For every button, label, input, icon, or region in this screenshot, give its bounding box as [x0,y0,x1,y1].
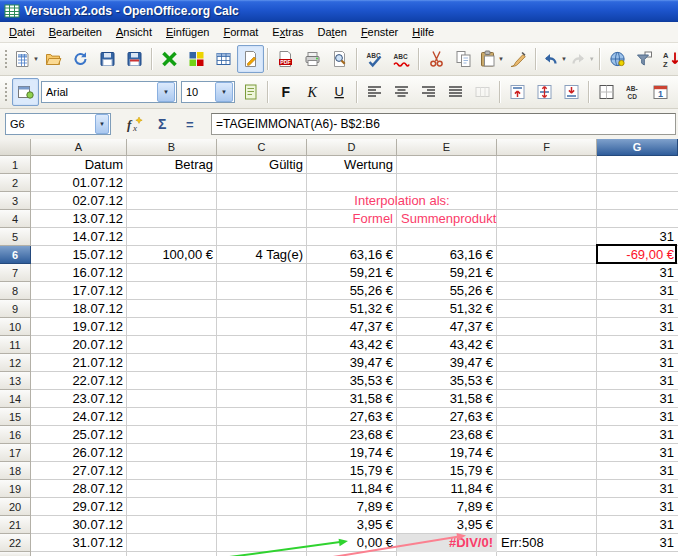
cell-D20[interactable]: 7,89 € [307,498,397,516]
spellcheck-button[interactable]: ABC [361,45,388,73]
align-bottom-button[interactable] [558,78,585,106]
undo-button[interactable]: ▼ [540,45,568,73]
cell-D6[interactable]: 63,16 € [307,246,397,264]
cell-G12[interactable]: 31 [597,354,678,372]
row-header-5[interactable]: 5 [0,228,31,246]
paste-dropdown-icon[interactable]: ▼ [498,56,504,62]
cell-E17[interactable]: 19,74 € [397,444,497,462]
cell-C1[interactable]: Gültig [217,156,307,174]
print-button[interactable] [299,45,326,73]
cell-D4[interactable]: Formel [307,210,397,228]
cell-A9[interactable]: 18.07.12 [31,300,127,318]
menu-bearbeiten[interactable]: Bearbeiten [42,24,109,41]
cell-A19[interactable]: 28.07.12 [31,480,127,498]
cell-D13[interactable]: 35,53 € [307,372,397,390]
row-header-14[interactable]: 14 [0,390,31,408]
column-header-E[interactable]: E [397,139,497,156]
row-header-20[interactable]: 20 [0,498,31,516]
title-bar[interactable]: Versuch x2.ods - OpenOffice.org Calc [0,0,678,22]
cell-E7[interactable]: 59,21 € [397,264,497,282]
save-button[interactable] [94,45,121,73]
undo-dropdown-icon[interactable]: ▼ [561,56,567,62]
align-left-button[interactable] [361,78,388,106]
cell-A14[interactable]: 23.07.12 [31,390,127,408]
cell-G19[interactable]: 31 [597,480,678,498]
cell-E22[interactable]: #DIV/0! [397,534,497,552]
new-spreadsheet-dropdown-icon[interactable]: ▼ [33,56,39,62]
cell-E21[interactable]: 3,95 € [397,516,497,534]
cell-A12[interactable]: 21.07.12 [31,354,127,372]
menu-daten[interactable]: Daten [311,24,354,41]
cell-A18[interactable]: 27.07.12 [31,462,127,480]
merge-cells-button[interactable] [469,78,496,106]
row-header-11[interactable]: 11 [0,336,31,354]
cell-A4[interactable]: 13.07.12 [31,210,127,228]
cell-F22[interactable]: Err:508 [497,534,597,552]
row-header-8[interactable]: 8 [0,282,31,300]
cell-D12[interactable]: 39,47 € [307,354,397,372]
font-name-combo[interactable]: ▼ [41,81,177,103]
align-center-button[interactable] [388,78,415,106]
row-header-1[interactable]: 1 [0,156,31,174]
equals-button[interactable]: = [177,111,205,137]
cell-B1[interactable]: Betrag [127,156,217,174]
sum-button[interactable]: Σ [149,111,177,137]
cell-D1[interactable]: Wertung [307,156,397,174]
cell-G10[interactable]: 31 [597,318,678,336]
cell-G14[interactable]: 31 [597,390,678,408]
row-header-21[interactable]: 21 [0,516,31,534]
cell-D3[interactable]: Interpolation als: [307,192,497,210]
row-header-12[interactable]: 12 [0,354,31,372]
menu-extras[interactable]: Extras [265,24,310,41]
toolbar-grip[interactable] [3,48,9,70]
column-header-A[interactable]: A [31,139,127,156]
menu-ansicht[interactable]: Ansicht [109,24,159,41]
autofilter-button[interactable] [631,45,658,73]
export-pdf-button[interactable]: PDF [272,45,299,73]
menu-hilfe[interactable]: Hilfe [405,24,441,41]
cell-G11[interactable]: 31 [597,336,678,354]
row-header-6[interactable]: 6 [0,246,31,264]
row-header-15[interactable]: 15 [0,408,31,426]
row-header-17[interactable]: 17 [0,444,31,462]
cell-G8[interactable]: 31 [597,282,678,300]
row-header-4[interactable]: 4 [0,210,31,228]
cell-E13[interactable]: 35,53 € [397,372,497,390]
borders-button[interactable] [593,78,620,106]
cell-D21[interactable]: 3,95 € [307,516,397,534]
cell-A6[interactable]: 15.07.12 [31,246,127,264]
align-top-button[interactable] [504,78,531,106]
italic-button[interactable]: K [299,78,326,106]
underline-button[interactable]: U [326,78,353,106]
menu-format[interactable]: Format [216,24,265,41]
styles-window-button[interactable] [12,78,39,106]
cell-B6[interactable]: 100,00 € [127,246,217,264]
row-header-13[interactable]: 13 [0,372,31,390]
cell-D10[interactable]: 47,37 € [307,318,397,336]
font-size-dropdown-icon[interactable]: ▼ [215,82,233,102]
cell-reference-input[interactable] [6,115,94,133]
cell-A21[interactable]: 30.07.12 [31,516,127,534]
cell-A1[interactable]: Datum [31,156,127,174]
cell-A3[interactable]: 02.07.12 [31,192,127,210]
menu-fenster[interactable]: Fenster [354,24,405,41]
font-name-dropdown-icon[interactable]: ▼ [157,82,175,102]
row-header-2[interactable]: 2 [0,174,31,192]
page-preview-button[interactable] [326,45,353,73]
cell-D19[interactable]: 11,84 € [307,480,397,498]
cell-E18[interactable]: 15,79 € [397,462,497,480]
text-format-abcd-button[interactable]: AB-CD [620,78,647,106]
cell-E6[interactable]: 63,16 € [397,246,497,264]
column-header-G[interactable]: G [597,139,678,156]
cell-G21[interactable]: 31 [597,516,678,534]
row-header-18[interactable]: 18 [0,462,31,480]
cell-G6[interactable]: -69,00 € [597,246,678,264]
gallery-button[interactable] [183,45,210,73]
auto-spellcheck-button[interactable]: ABC [388,45,415,73]
row-header-16[interactable]: 16 [0,426,31,444]
redo-dropdown-icon[interactable]: ▼ [589,56,595,62]
cell-G7[interactable]: 31 [597,264,678,282]
toolbar-grip[interactable] [3,81,9,103]
copy-button[interactable] [450,45,477,73]
currency-format-button[interactable]: $% [674,78,678,106]
